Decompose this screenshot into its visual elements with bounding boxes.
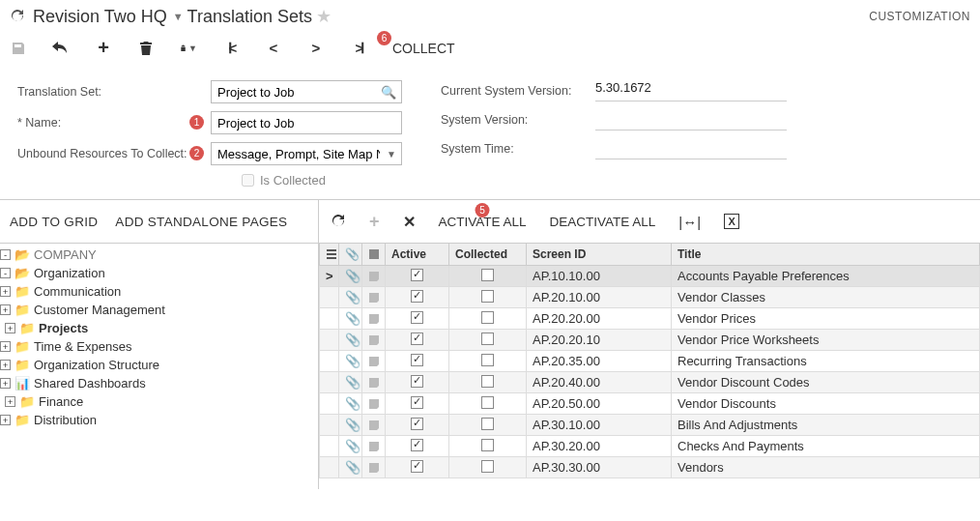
tree-node[interactable]: +📁Organization Structure bbox=[0, 358, 318, 372]
collected-checkbox[interactable] bbox=[481, 460, 494, 473]
prev-record-button[interactable]: < bbox=[265, 40, 282, 56]
attachment-icon[interactable]: 📎 bbox=[345, 396, 360, 411]
tree-toggle-icon[interactable]: + bbox=[5, 323, 15, 333]
collected-checkbox[interactable] bbox=[481, 418, 494, 430]
tree-toggle-icon[interactable]: + bbox=[0, 286, 11, 297]
note-icon[interactable] bbox=[368, 313, 380, 325]
collected-checkbox[interactable] bbox=[481, 354, 494, 366]
attachment-icon[interactable]: 📎 bbox=[345, 311, 360, 326]
attachment-icon[interactable]: 📎 bbox=[345, 269, 360, 283]
active-checkbox[interactable] bbox=[411, 439, 423, 451]
grid-delete-button[interactable]: ✕ bbox=[403, 213, 416, 231]
note-icon[interactable] bbox=[368, 462, 380, 474]
tree-toggle-icon[interactable]: - bbox=[0, 249, 11, 260]
note-icon[interactable] bbox=[368, 420, 380, 431]
table-row[interactable]: 📎AP.20.20.10Vendor Price Worksheets bbox=[320, 330, 980, 351]
delete-button[interactable] bbox=[137, 41, 155, 56]
note-icon[interactable] bbox=[368, 377, 380, 389]
name-input[interactable] bbox=[211, 111, 402, 134]
next-record-button[interactable]: > bbox=[307, 40, 325, 56]
collected-checkbox[interactable] bbox=[481, 290, 494, 303]
collected-checkbox[interactable] bbox=[481, 311, 494, 324]
tree-toggle-icon[interactable]: - bbox=[0, 268, 11, 278]
tree-toggle-icon[interactable]: + bbox=[0, 415, 11, 425]
tree-node[interactable]: 4+📁Finance bbox=[0, 394, 318, 409]
attachment-icon[interactable]: 📎 bbox=[345, 439, 360, 453]
note-icon[interactable] bbox=[368, 292, 380, 304]
active-checkbox[interactable] bbox=[411, 375, 423, 388]
grid-refresh-button[interactable] bbox=[331, 214, 346, 229]
attachment-icon[interactable]: 📎 bbox=[345, 460, 360, 475]
tree-node[interactable]: +📊Shared Dashboards bbox=[0, 376, 318, 391]
unbound-input[interactable] bbox=[211, 142, 402, 165]
clipboard-menu-button[interactable]: ▼ bbox=[180, 41, 197, 56]
collected-checkbox[interactable] bbox=[481, 333, 494, 345]
attachment-icon[interactable]: 📎 bbox=[345, 418, 360, 432]
add-standalone-button[interactable]: ADD STANDALONE PAGES bbox=[115, 215, 287, 229]
active-checkbox[interactable] bbox=[411, 333, 423, 345]
breadcrumb-page[interactable]: Translation Sets bbox=[187, 7, 312, 27]
table-row[interactable]: 📎AP.30.10.00Bills And Adjustments bbox=[320, 415, 980, 436]
breadcrumb-company[interactable]: Revision Two HQ bbox=[33, 7, 167, 27]
collect-button[interactable]: COLLECT bbox=[392, 41, 455, 56]
deactivate-all-button[interactable]: DEACTIVATE ALL bbox=[550, 215, 656, 229]
note-icon[interactable] bbox=[368, 398, 380, 410]
active-checkbox[interactable] bbox=[411, 460, 423, 473]
export-excel-button[interactable]: X bbox=[724, 214, 739, 229]
tree-node[interactable]: +📁Customer Management bbox=[0, 303, 318, 317]
col-attachment[interactable]: 📎 bbox=[339, 244, 362, 266]
note-icon[interactable] bbox=[368, 334, 380, 346]
attachment-icon[interactable]: 📎 bbox=[345, 290, 360, 304]
active-checkbox[interactable] bbox=[411, 269, 423, 281]
note-icon[interactable] bbox=[368, 441, 380, 452]
collected-checkbox[interactable] bbox=[481, 439, 494, 451]
collected-checkbox[interactable] bbox=[481, 269, 494, 281]
col-screenid[interactable]: Screen ID bbox=[527, 244, 672, 266]
first-record-button[interactable]: Ⅰ< bbox=[222, 40, 240, 57]
active-checkbox[interactable] bbox=[411, 354, 423, 366]
active-checkbox[interactable] bbox=[411, 396, 423, 409]
col-note[interactable] bbox=[362, 244, 386, 266]
col-title[interactable]: Title bbox=[672, 244, 980, 266]
table-row[interactable]: 📎AP.30.30.00Vendors bbox=[320, 457, 980, 478]
collected-checkbox[interactable] bbox=[481, 375, 494, 388]
col-collected[interactable]: Collected bbox=[449, 244, 527, 266]
attachment-icon[interactable]: 📎 bbox=[345, 333, 360, 347]
fit-columns-button[interactable]: |↔| bbox=[678, 214, 701, 230]
refresh-icon[interactable] bbox=[10, 9, 25, 24]
favorite-star-icon[interactable]: ★ bbox=[316, 6, 331, 27]
col-active[interactable]: Active bbox=[386, 244, 449, 266]
attachment-icon[interactable]: 📎 bbox=[345, 354, 360, 368]
table-row[interactable]: 📎AP.20.35.00Recurring Transactions bbox=[320, 351, 980, 372]
active-checkbox[interactable] bbox=[411, 418, 423, 430]
activate-all-button[interactable]: 5 ACTIVATE ALL bbox=[439, 215, 527, 229]
translation-set-input[interactable] bbox=[211, 80, 402, 103]
undo-button[interactable] bbox=[52, 42, 70, 55]
tree-toggle-icon[interactable]: + bbox=[0, 360, 11, 370]
table-row[interactable]: 📎AP.20.20.00Vendor Prices bbox=[320, 308, 980, 330]
table-row[interactable]: >📎AP.10.10.00Accounts Payable Preference… bbox=[320, 266, 980, 287]
tree-node[interactable]: -📂COMPANY bbox=[0, 247, 318, 262]
table-row[interactable]: 📎AP.20.10.00Vendor Classes bbox=[320, 287, 980, 308]
table-row[interactable]: 📎AP.20.40.00Vendor Discount Codes bbox=[320, 372, 980, 393]
tree-toggle-icon[interactable]: + bbox=[0, 304, 11, 315]
add-button[interactable]: + bbox=[95, 37, 112, 59]
tree-toggle-icon[interactable]: + bbox=[5, 396, 15, 407]
table-row[interactable]: 📎AP.20.50.00Vendor Discounts bbox=[320, 393, 980, 415]
active-checkbox[interactable] bbox=[411, 290, 423, 303]
table-row[interactable]: 📎AP.30.20.00Checks And Payments bbox=[320, 436, 980, 457]
tree-toggle-icon[interactable]: + bbox=[0, 378, 11, 389]
tree-node[interactable]: +📁Time & Expenses bbox=[0, 339, 318, 354]
tree-node[interactable]: 3+📁Projects bbox=[0, 321, 318, 335]
tree-node[interactable]: +📁Distribution bbox=[0, 413, 318, 427]
last-record-button[interactable]: >Ⅰ bbox=[350, 40, 367, 57]
attachment-icon[interactable]: 📎 bbox=[345, 375, 360, 390]
add-to-grid-button[interactable]: ADD TO GRID bbox=[10, 215, 98, 229]
collected-checkbox[interactable] bbox=[481, 396, 494, 409]
col-handle[interactable] bbox=[320, 244, 339, 266]
note-icon[interactable] bbox=[368, 356, 380, 367]
note-icon[interactable] bbox=[368, 271, 380, 282]
customization-link[interactable]: CUSTOMIZATION bbox=[869, 10, 970, 23]
active-checkbox[interactable] bbox=[411, 311, 423, 324]
tree-node[interactable]: -📂Organization bbox=[0, 266, 318, 280]
